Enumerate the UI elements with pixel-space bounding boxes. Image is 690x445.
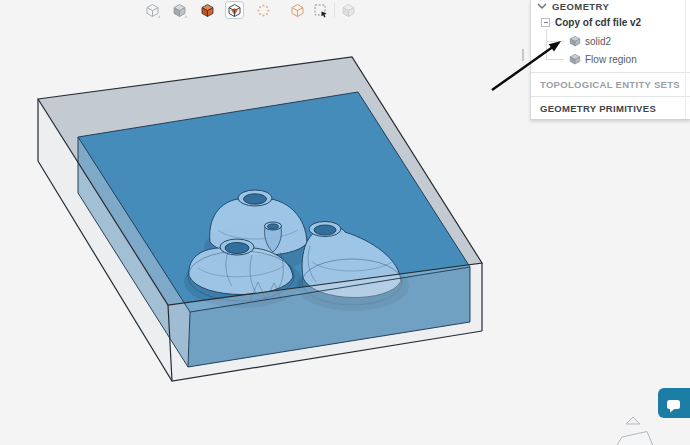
- topological-entity-sets-header[interactable]: TOPOLOGICAL ENTITY SETS: [531, 73, 685, 96]
- view-solid-orange-cube-icon[interactable]: [200, 3, 215, 18]
- geometry-panel: GEOMETRY Copy of cdf file v2 solid2 Flow…: [530, 0, 690, 120]
- toolbar-divider: [334, 3, 335, 17]
- view-outline-cube-icon[interactable]: [290, 3, 305, 18]
- geometry-primitives-header[interactable]: GEOMETRY PRIMITIVES: [531, 97, 685, 119]
- geometry-section-label: GEOMETRY: [552, 1, 609, 12]
- geometry-primitives-label: GEOMETRY PRIMITIVES: [540, 103, 656, 114]
- geometry-section-header[interactable]: GEOMETRY: [531, 0, 685, 13]
- tree-item-label: solid2: [585, 36, 611, 47]
- view-mixed-cube-icon[interactable]: [225, 1, 244, 19]
- tree-root-item[interactable]: Copy of cdf file v2: [531, 15, 685, 30]
- tree-item-solid2[interactable]: solid2: [531, 33, 685, 49]
- view-wireframe-cube-icon[interactable]: [145, 3, 160, 18]
- view-shaded-cube-icon[interactable]: [172, 3, 187, 18]
- view-points-icon[interactable]: [256, 3, 271, 18]
- view-cube-gizmo[interactable]: [616, 417, 653, 445]
- topological-entity-sets-label: TOPOLOGICAL ENTITY SETS: [540, 79, 680, 90]
- chevron-down-icon: [537, 3, 547, 10]
- box-select-cursor-icon[interactable]: [313, 3, 328, 18]
- view-cube-disabled-icon: [341, 3, 356, 18]
- tree-item-label: Flow region: [585, 54, 637, 65]
- solid-cube-icon: [569, 53, 581, 65]
- tree-root-label: Copy of cdf file v2: [555, 17, 641, 28]
- collapse-minus-icon[interactable]: [541, 18, 550, 27]
- chat-bubble-icon: [666, 398, 682, 415]
- chat-button[interactable]: [658, 388, 690, 418]
- panel-resize-handle[interactable]: [522, 49, 524, 61]
- tree-item-flow-region[interactable]: Flow region: [531, 51, 685, 67]
- solid-cube-icon: [569, 35, 581, 47]
